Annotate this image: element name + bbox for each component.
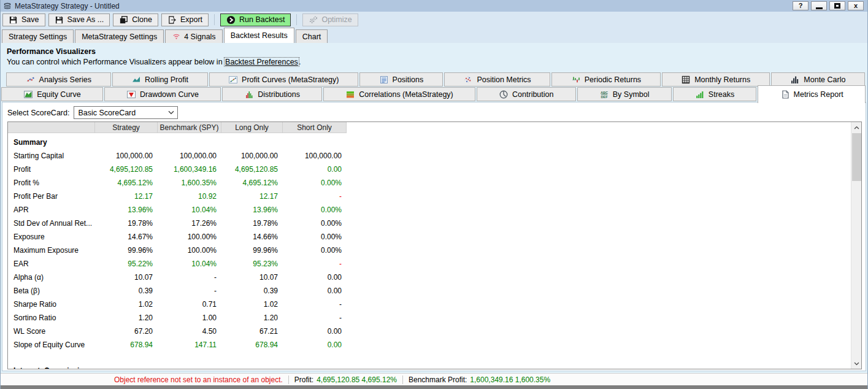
tab-4-signals[interactable]: 4 Signals [165, 29, 222, 43]
viz-tab-positions[interactable]: Positions [359, 72, 443, 87]
profit-curves-icon [228, 75, 238, 85]
table-row-alpha: Alpha (α)10.07-10.070.00 [8, 271, 861, 284]
viz-tab-monthly-returns[interactable]: Monthly Returns [662, 72, 770, 87]
metric-value: 100.00% [158, 246, 221, 255]
metric-value: 0.39 [95, 287, 158, 295]
viz-tab-distributions[interactable]: Distributions [222, 87, 322, 101]
close-button[interactable]: x [848, 1, 864, 10]
run-backtest-button[interactable]: Run Backtest [220, 13, 291, 26]
viz-tab-profit-curves-metastrategy[interactable]: Profit Curves (MetaStrategy) [209, 72, 358, 87]
viz-tab-analysis-series[interactable]: Analysis Series [6, 72, 111, 87]
metric-value: 0.39 [221, 287, 283, 295]
tab-chart[interactable]: Chart [296, 29, 328, 43]
status-error-message: Object reference not set to an instance … [114, 376, 283, 384]
viz-tab-label: Drawdown Curve [140, 90, 199, 99]
viz-tab-streaks[interactable]: Streaks [673, 87, 757, 101]
scroll-down-button[interactable] [851, 358, 862, 369]
status-bar: Object reference not set to an instance … [1, 373, 867, 385]
metric-label: EAR [8, 260, 95, 268]
scorecard-dropdown[interactable]: Basic ScoreCard [74, 106, 178, 119]
description-text: You can control which Performance Visual… [7, 58, 225, 66]
metric-label: Std Dev of Annual Ret... [8, 219, 95, 228]
rolling-profit-icon [131, 75, 141, 85]
scorecard-selector-row: Select ScoreCard: Basic ScoreCard [2, 102, 866, 119]
viz-tab-contribution[interactable]: Contribution [477, 87, 576, 101]
tab-strategy-settings[interactable]: Strategy Settings [2, 29, 74, 43]
positions-icon [379, 75, 389, 85]
viz-tab-monte-carlo[interactable]: Monte Carlo [771, 72, 865, 87]
viz-tab-equity-curve[interactable]: Equity Curve [1, 87, 103, 101]
metric-value: 1.20 [221, 314, 283, 322]
table-row-slope-of-equity-curve: Slope of Equity Curve678.94147.11678.940… [8, 338, 861, 352]
metric-label: Profit % [8, 179, 95, 187]
metric-value: 0.00% [283, 219, 347, 228]
metric-value: 17.26% [158, 219, 221, 228]
window-bottom-edge [1, 385, 867, 389]
metric-value: 4,695,120.85 [95, 165, 158, 174]
clone-button[interactable]: Clone [113, 13, 158, 26]
column-header-short-only: Short Only [283, 122, 347, 133]
metric-value: - [283, 300, 347, 309]
metric-value: 0.00 [283, 341, 347, 349]
status-benchmark-label: Benchmark Profit: [409, 376, 467, 384]
tab-label: 4 Signals [184, 33, 215, 41]
metrics-table-header: StrategyBenchmark (SPY)Long OnlyShort On… [8, 122, 347, 133]
scrollbar-thumb[interactable] [852, 133, 861, 181]
export-icon [167, 15, 177, 25]
metric-value: 0.00 [283, 273, 347, 282]
viz-tab-periodic-returns[interactable]: Periodic Returns [551, 72, 661, 87]
viz-tab-label: Correlations (MetaStrategy) [359, 90, 453, 99]
performance-visualizers-heading: Performance Visualizers [7, 47, 867, 56]
by-symbol-icon: ABCDEF [599, 90, 609, 99]
save-icon [55, 15, 64, 25]
metric-value: 10.07 [221, 273, 283, 282]
toolbar-separator [214, 14, 215, 25]
viz-tab-label: Analysis Series [39, 75, 91, 84]
metric-value: 100,000.00 [158, 152, 221, 160]
metric-value: 1.00 [158, 314, 221, 322]
viz-tab-drawdown-curve[interactable]: Drawdown Curve [104, 87, 221, 101]
performance-visualizers-description: You can control which Performance Visual… [7, 58, 867, 66]
tab-label: MetaStrategy Settings [82, 33, 157, 41]
signals-icon [172, 33, 181, 40]
metric-value: 100,000.00 [283, 152, 347, 160]
minimize-button[interactable] [811, 1, 827, 10]
scroll-up-button[interactable] [851, 122, 862, 133]
monte-carlo-icon [790, 75, 800, 85]
status-divider [288, 376, 289, 384]
help-button[interactable]: ? [793, 1, 808, 10]
viz-tab-rolling-profit[interactable]: Rolling Profit [112, 72, 208, 87]
monthly-returns-icon [681, 75, 691, 85]
table-row-ear: EAR95.22%10.04%95.23%- [8, 257, 861, 271]
save-as-button[interactable]: Save As ... [48, 13, 110, 26]
column-header-strategy: Strategy [95, 122, 158, 133]
viz-tab-label: By Symbol [613, 90, 650, 99]
viz-tab-metrics-report[interactable]: Metrics Report [758, 85, 866, 103]
viz-tab-position-metrics[interactable]: Position Metrics [444, 72, 550, 87]
export-button[interactable]: Export [161, 13, 209, 26]
tab-metastrategy-settings[interactable]: MetaStrategy Settings [75, 29, 164, 43]
periodic-returns-icon [571, 75, 581, 85]
metric-value: 14.66% [221, 233, 283, 241]
maximize-icon [834, 3, 840, 9]
metric-value: 4.50 [158, 327, 221, 336]
section-label: Summary [8, 138, 95, 147]
maximize-button[interactable] [829, 1, 845, 10]
tab-backtest-results[interactable]: Backtest Results [224, 28, 294, 43]
button-label: Optimize [321, 15, 351, 24]
viz-tab-by-symbol[interactable]: ABCDEFBy Symbol [577, 87, 672, 101]
table-row-maximum-exposure: Maximum Exposure99.96%100.00%99.96%0.00% [8, 244, 861, 257]
metrics-report-icon [780, 90, 790, 99]
backtest-preferences-link[interactable]: Backtest Preferences [225, 58, 299, 66]
save-button[interactable]: Save [2, 13, 45, 26]
streaks-icon [695, 90, 705, 99]
vertical-scrollbar[interactable] [851, 122, 861, 369]
status-profit-label: Profit: [294, 376, 313, 384]
viz-tab-label: Periodic Returns [585, 75, 641, 84]
viz-tab-correlations-metastrategy[interactable]: Correlations (MetaStrategy) [323, 87, 475, 101]
viz-tab-label: Metrics Report [794, 90, 843, 99]
correlations-icon [345, 90, 355, 99]
metric-label: Alpha (α) [8, 273, 95, 282]
metric-value: 95.22% [95, 260, 158, 268]
table-row-beta: Beta (β)0.39-0.390.00 [8, 284, 861, 298]
